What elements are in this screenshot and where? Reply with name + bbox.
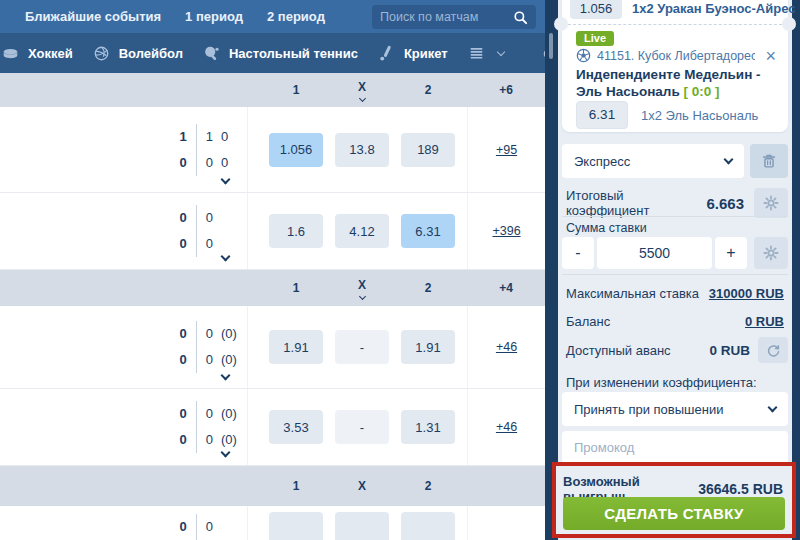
place-bet-button[interactable]: СДЕЛАТЬ СТАВКУ — [563, 497, 785, 530]
odds-button-1[interactable]: 1.91 — [269, 330, 323, 364]
balance-label: Баланс — [566, 314, 745, 329]
odds-button-x[interactable]: 13.8 — [335, 133, 389, 167]
score-block: 00 00 — [0, 193, 248, 269]
refresh-icon — [766, 343, 781, 358]
volleyball-icon — [93, 45, 110, 62]
stake-settings-button[interactable] — [754, 237, 788, 269]
sport-hockey[interactable]: Хоккей — [2, 45, 73, 62]
odds-button-2[interactable] — [401, 512, 455, 540]
max-stake-link[interactable]: 310000 RUB — [709, 286, 784, 301]
odds-button-x[interactable]: - — [335, 330, 389, 364]
odds-button-2[interactable]: 1.31 — [401, 410, 455, 444]
promo-code-input[interactable] — [562, 431, 788, 463]
odds-button-x[interactable]: - — [335, 410, 389, 444]
coefficient-settings-button[interactable] — [754, 188, 788, 218]
max-stake-label: Максимальная ставка — [566, 286, 709, 301]
bet-type-row: Экспресс — [562, 144, 788, 178]
stake-decrease-button[interactable]: - — [562, 237, 594, 269]
balance-link[interactable]: 0 RUB — [745, 314, 784, 329]
col-x-header: X — [329, 479, 395, 493]
more-markets-link[interactable]: +46 — [496, 340, 517, 354]
hockey-icon — [2, 45, 19, 62]
advance-value: 0 RUB — [709, 343, 750, 358]
stake-input[interactable] — [597, 237, 712, 269]
sport-volleyball[interactable]: Волейбол — [93, 45, 183, 62]
sport-table-tennis[interactable]: Настольный теннис — [203, 45, 358, 62]
total-coefficient-row: Итоговый коэффициент 6.663 — [566, 188, 788, 218]
selection-row: 6.31 1x2 Эль Насьональ — [576, 101, 758, 129]
expand-row-icon[interactable] — [221, 175, 231, 185]
more-markets-link[interactable]: +396 — [492, 224, 520, 238]
refresh-advance-button[interactable] — [758, 337, 788, 363]
clear-betslip-button[interactable] — [750, 144, 788, 178]
odds-button-2[interactable]: 189 — [401, 133, 455, 167]
panel-gap — [545, 0, 558, 540]
selection-label: 1x2 Эль Насьональ — [641, 108, 758, 123]
odds-button-1[interactable]: 3.53 — [269, 410, 323, 444]
cricket-icon — [378, 45, 395, 62]
more-markets-link[interactable]: +95 — [496, 143, 517, 157]
live-badge: Live — [576, 31, 614, 46]
tab-period-1[interactable]: 1 период — [185, 9, 243, 24]
search-input[interactable] — [380, 10, 513, 24]
event-row: 110 000 1.056 13.8 189 +95 — [0, 107, 545, 193]
previous-bet-label: 1x2 Уракан Буэнос-Айрес — [632, 1, 795, 16]
odds-table: 1 X 2 +6 110 000 1.056 13.8 189 +95 — [0, 73, 545, 540]
chevron-down-icon — [768, 403, 778, 413]
page-edge — [792, 0, 800, 540]
score-block: 00 — [0, 506, 248, 540]
col-2-header: 2 — [395, 83, 461, 97]
score-block: 110 000 — [0, 107, 248, 192]
stake-row: - + — [562, 237, 788, 269]
bet-type-select[interactable]: Экспресс — [562, 144, 744, 178]
odds-button-1[interactable] — [269, 512, 323, 540]
match-search[interactable] — [372, 5, 536, 29]
odds-button-x[interactable] — [335, 512, 389, 540]
tab-period-2[interactable]: 2 период — [267, 9, 325, 24]
divider — [562, 216, 788, 217]
previous-bet-odds: 1.056 — [570, 0, 622, 19]
stake-increase-button[interactable]: + — [715, 237, 747, 269]
ticket-notch — [554, 17, 568, 31]
max-stake-row: Максимальная ставка 310000 RUB — [566, 286, 784, 301]
chevron-down-icon — [358, 94, 365, 101]
more-markets-link[interactable]: +46 — [496, 420, 517, 434]
sport-cricket[interactable]: Крикет — [378, 45, 448, 62]
col-x-header[interactable]: X — [329, 80, 395, 101]
sport-label: Хоккей — [28, 46, 73, 61]
stake-label: Сумма ставки — [566, 221, 647, 235]
event-league-row: 41151. Кубок Либертадорес × — [576, 48, 780, 63]
event-row: 00(0) 00(0) 3.53 - 1.31 +46 — [0, 389, 545, 466]
soccer-ball-icon — [576, 48, 591, 63]
event-row: 00 — [0, 506, 545, 540]
balance-row: Баланс 0 RUB — [566, 314, 784, 329]
coef-change-label: При изменении коэффициента: — [566, 375, 757, 390]
col-2-header: 2 — [395, 479, 461, 493]
sport-label: Крикет — [404, 46, 448, 61]
odds-button-2[interactable]: 1.91 — [401, 330, 455, 364]
odds-header-row: 1 X 2 +4 — [0, 270, 545, 306]
odds-button-1[interactable]: 1.056 — [269, 133, 323, 167]
list-icon — [468, 45, 485, 62]
top-menu-bar: Ближайшие события 1 период 2 период — [0, 0, 545, 33]
col-1-header: 1 — [263, 281, 329, 295]
trash-icon — [760, 152, 778, 170]
coef-change-select[interactable]: Принять при повышении — [562, 392, 788, 426]
col-2-header: 2 — [395, 281, 461, 295]
event-row: 00 00 1.6 4.12 6.31 +396 — [0, 193, 545, 270]
more-sports-menu[interactable] — [468, 45, 504, 62]
events-scrollbar[interactable] — [549, 33, 553, 59]
score-block: 00(0) 00(0) — [0, 306, 248, 388]
col-1-header: 1 — [263, 83, 329, 97]
betslip-card: 1.056 1x2 Уракан Буэнос-Айрес Live 41151… — [562, 0, 788, 132]
odds-button-2[interactable]: 6.31 — [401, 214, 455, 248]
tab-upcoming-events[interactable]: Ближайшие события — [25, 9, 161, 24]
chevron-down-icon — [496, 47, 504, 55]
total-coefficient-label: Итоговый коэффициент — [566, 188, 706, 218]
odds-button-x[interactable]: 4.12 — [335, 214, 389, 248]
possible-win-value: 36646.5 RUB — [698, 481, 783, 497]
odds-button-1[interactable]: 1.6 — [269, 214, 323, 248]
possible-win-highlight: Возможный выигрыш 36646.5 RUB СДЕЛАТЬ СТ… — [552, 462, 796, 538]
close-icon[interactable]: × — [761, 49, 780, 63]
col-x-header[interactable]: X — [329, 278, 395, 299]
